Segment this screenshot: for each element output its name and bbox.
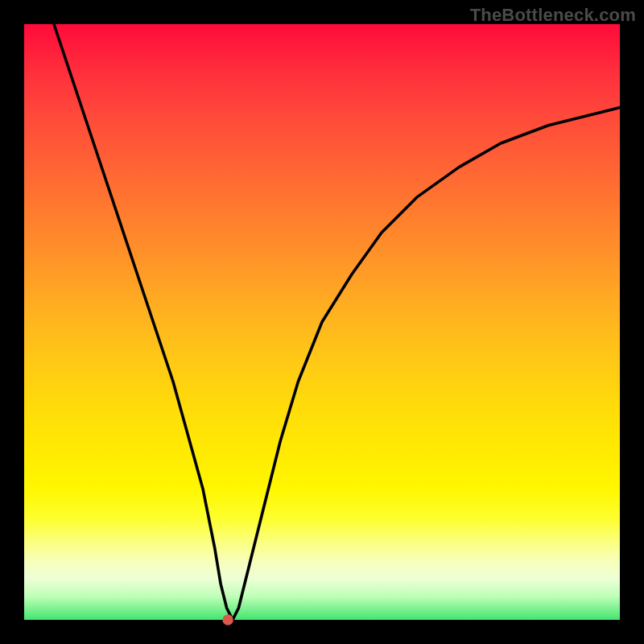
watermark-text: TheBottleneck.com	[470, 5, 636, 26]
plot-area	[24, 24, 620, 620]
curve-layer	[24, 24, 620, 620]
bottleneck-curve	[54, 24, 620, 620]
optimal-marker	[222, 614, 233, 625]
chart-frame: TheBottleneck.com	[0, 0, 644, 644]
